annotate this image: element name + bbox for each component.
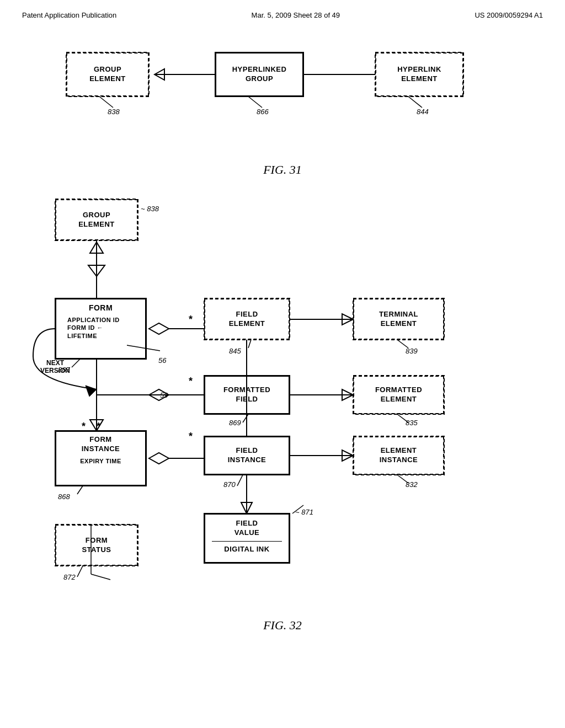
svg-line-7 xyxy=(248,97,262,108)
fig31-group-element-label: GROUPELEMENT xyxy=(89,65,126,84)
fig32-star-formatted: * xyxy=(189,376,193,387)
fig32-formatted-element-label: FORMATTEDELEMENT xyxy=(375,386,422,404)
header: Patent Application Publication Mar. 5, 2… xyxy=(22,11,543,19)
fig32-element-instance-label: ELEMENTINSTANCE xyxy=(380,446,418,465)
fig32-ref-59: 59 xyxy=(160,391,168,399)
header-center: Mar. 5, 2009 Sheet 28 of 49 xyxy=(252,11,340,19)
svg-line-58 xyxy=(243,414,248,422)
page: Patent Application Publication Mar. 5, 2… xyxy=(0,0,565,728)
svg-marker-48 xyxy=(241,502,252,513)
fig32-digital-ink-label: DIGITAL INK xyxy=(224,545,269,554)
svg-line-60 xyxy=(77,566,83,577)
fig31-hyperlinked-group-label: HYPERLINKEDGROUP xyxy=(232,65,287,84)
fig32-form-instance-label: FORMINSTANCE xyxy=(82,435,120,454)
svg-line-6 xyxy=(99,97,113,108)
fig32-field-value-box: FIELDVALUE DIGITAL INK xyxy=(204,513,290,563)
fig32-ref-56: 56 xyxy=(158,356,166,365)
fig32-star-fi: * xyxy=(189,431,193,442)
fig32-element-instance-box: ELEMENTINSTANCE xyxy=(353,436,444,475)
fig32-form-attrs: APPLICATION IDFORM ID ←LIFETIME xyxy=(63,316,138,340)
fig32-ref-839: 839 xyxy=(406,347,418,355)
fig32-field-element-box: FIELDELEMENT xyxy=(204,298,290,340)
svg-marker-42 xyxy=(342,450,353,461)
fig32-formatted-field-label: FORMATTEDFIELD xyxy=(223,386,270,404)
fig31-diagram: GROUPELEMENT HYPERLINKEDGROUP HYPERLINKE… xyxy=(22,36,543,157)
fig32-form-instance-box: FORMINSTANCE EXPIRY TIME xyxy=(55,431,146,486)
svg-marker-32 xyxy=(342,389,353,400)
svg-marker-21 xyxy=(342,314,353,325)
fig32-diagram: GROUPELEMENT ~ 838 FORM APPLICATION IDFO… xyxy=(22,194,543,613)
fig32-ref-838: ~ 838 xyxy=(141,205,159,213)
fig32-terminal-element-label: TERMINALELEMENT xyxy=(379,310,418,329)
fig31-hyperlink-element-label: HYPERLINKELEMENT xyxy=(397,65,441,84)
fig32-ref-845: 845 xyxy=(229,347,241,355)
fig32-formatted-element-box: FORMATTEDELEMENT xyxy=(353,376,444,414)
svg-line-8 xyxy=(408,97,422,108)
fig31-hyperlinked-group-box: HYPERLINKEDGROUP xyxy=(215,52,303,97)
fig32-field-instance-box: FIELDINSTANCE xyxy=(204,436,290,475)
svg-marker-4 xyxy=(154,69,164,80)
fig32-form-status-box: FORMSTATUS xyxy=(55,524,138,566)
fig31-label: FIG. 31 xyxy=(22,163,543,177)
fig32-ref-870: 870 xyxy=(223,480,236,489)
fig32-ref-868: 868 xyxy=(58,493,70,501)
svg-line-59 xyxy=(77,486,83,494)
svg-marker-33 xyxy=(86,386,97,397)
fig32-form-status-label: FORMSTATUS xyxy=(82,536,111,555)
fig32-field-instance-label: FIELDINSTANCE xyxy=(228,446,266,465)
fig32-terminal-element-box: TERMINALELEMENT xyxy=(353,298,444,340)
header-left: Patent Application Publication xyxy=(22,11,116,19)
fig32-star-field: * xyxy=(189,314,193,325)
fig31-hyperlink-element-box: HYPERLINKELEMENT xyxy=(375,52,463,97)
fig32-group-element-label: GROUPELEMENT xyxy=(78,211,115,229)
fig32-formatted-field-box: FORMATTEDFIELD xyxy=(204,376,290,414)
fig32-ref-872: 872 xyxy=(63,573,76,581)
svg-line-56 xyxy=(248,340,251,348)
fig32-ref-835: 835 xyxy=(406,419,418,427)
fig32-form-label: FORM xyxy=(89,303,113,313)
fig31-ref-838: 838 xyxy=(108,108,120,116)
svg-marker-11 xyxy=(88,265,105,276)
fig32-next-version-label: NEXTVERSION xyxy=(33,359,77,374)
fig31-ref-844: 844 xyxy=(417,108,429,116)
svg-line-51 xyxy=(237,475,243,486)
svg-line-50 xyxy=(91,574,110,580)
svg-marker-39 xyxy=(149,453,169,464)
fig32-ref-832: 832 xyxy=(406,480,418,489)
fig32-ref-869: 869 xyxy=(229,419,241,427)
fig31-group-element-box: GROUPELEMENT xyxy=(66,52,149,97)
fig32-field-element-label: FIELDELEMENT xyxy=(229,310,265,329)
fig32-form-instance-expiry: EXPIRY TIME xyxy=(80,457,121,465)
svg-marker-17 xyxy=(149,323,169,334)
fig32-form-box: FORM APPLICATION IDFORM ID ←LIFETIME xyxy=(55,298,146,359)
fig32-group-element-box: GROUPELEMENT xyxy=(55,199,138,240)
fig32-ref-871: ~ 871 xyxy=(295,508,313,516)
fig32-label: FIG. 32 xyxy=(22,618,543,633)
header-right: US 2009/0059294 A1 xyxy=(475,11,543,19)
fig32-field-value-label: FIELDVALUE xyxy=(234,519,260,538)
svg-marker-14 xyxy=(90,242,103,253)
fig31-ref-866: 866 xyxy=(257,108,269,116)
